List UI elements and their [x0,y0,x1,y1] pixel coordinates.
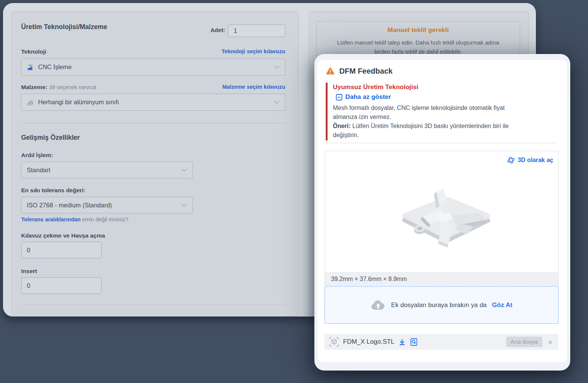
material-options-note: 38 seçenek mevcut [49,84,96,90]
chevron-down-icon [181,204,187,207]
production-settings-card: Üretim Teknolojisi/Malzeme Adet: Teknolo… [11,11,299,317]
tolerance-label: En sıkı tolerans değeri: [21,187,86,194]
model-dimensions: 39.2mm × 37.6mm × 8.9mm [325,272,558,285]
manual-quote-line1: Lütfen manuel teklif talep edin. Daha hı… [317,39,520,46]
tolerance-hint-rest: emin değil misiniz? [81,216,129,222]
tapping-input[interactable] [21,242,102,258]
issue-suggestion: Öneri: Lütfen Üretim Teknolojisini 3D ba… [333,122,529,140]
material-value: Herhangi bir alüminyum sınıfı [38,99,119,106]
dfm-feedback-modal: DFM Feedback Uyumsuz Üretim Teknolojisi … [314,54,570,371]
app-background: Üretim Teknolojisi/Malzeme Adet: Teknolo… [0,0,588,383]
insert-input[interactable] [21,277,102,294]
issue-title: Uyumsuz Üretim Teknolojisi [333,83,551,91]
minus-square-icon [336,94,342,100]
card-title: Üretim Teknolojisi/Malzeme [21,23,107,31]
dfm-title: DFM Feedback [339,67,393,76]
cloud-upload-icon [371,300,386,310]
open-3d-button[interactable]: 3D olarak aç [507,156,553,164]
issue-description: Mesh formatlı dosyalar, CNC işleme tekno… [333,103,529,122]
technology-select[interactable]: CNC İşleme [21,59,285,76]
advanced-section-title: Gelişmiş Özellikler [21,134,80,142]
warning-triangle-icon [326,67,335,75]
section-divider [21,123,285,123]
cnc-machine-icon [27,63,34,71]
issue-accent-bar [326,83,328,141]
insert-label: Insert [21,268,37,275]
remove-file-icon[interactable]: × [546,338,554,346]
tolerance-hint-link[interactable]: Tolerans aralıklarından [21,216,81,222]
download-icon[interactable] [399,338,406,346]
manual-quote-title: Manuel teklif gerekli [317,26,520,34]
collapse-toggle[interactable]: Daha az göster [336,93,551,101]
tolerance-select[interactable]: ISO 2768 - medium (Standard) [21,197,193,213]
quantity-input[interactable] [228,25,285,37]
stl-cube-icon [329,337,339,347]
technology-guide-link[interactable]: Teknoloji seçim kılavuzu [222,48,285,54]
tapping-label: Kılavuz çekme ve Havşa açma [21,232,105,239]
chevron-down-icon [181,168,187,172]
tolerance-hint: Tolerans aralıklarından emin değil misin… [21,216,128,222]
material-select[interactable]: Herhangi bir alüminyum sınıfı [21,94,285,111]
chevron-down-icon [274,100,280,104]
file-row: FDM_X Logo.STL Ana dosya × [325,334,559,350]
dropzone-text: Ek dosyaları buraya bırakın ya da [391,301,486,309]
dfm-issue-block: Uyumsuz Üretim Teknolojisi Daha az göste… [326,83,551,141]
model-3d-render [382,178,506,258]
issue-divider [326,143,557,143]
material-label: Malzeme: 38 seçenek mevcut [21,84,96,91]
file-preview-icon[interactable] [410,338,418,346]
material-guide-link[interactable]: Malzeme seçim kılavuzu [222,84,285,90]
post-process-label: Ardıl İşlem: [21,152,53,159]
dfm-feedback-sheet: DFM Feedback Uyumsuz Üretim Teknolojisi … [317,60,567,362]
file-name: FDM_X Logo.STL [343,338,394,346]
section-divider [21,305,285,305]
model-preview: 3D olarak aç [325,151,559,286]
primary-file-badge: Ana dosya [506,337,542,347]
collapse-label: Daha az göster [345,93,391,101]
open-3d-label: 3D olarak aç [518,157,553,164]
dfm-header: DFM Feedback [326,67,393,76]
material-ingot-icon [27,99,34,106]
suggestion-label: Öneri: [333,123,351,129]
quantity-label: Adet: [207,27,225,34]
technology-value: CNC İşleme [38,63,72,71]
file-dropzone[interactable]: Ek dosyaları buraya bırakın ya da Göz At [325,286,559,324]
post-process-value: Standart [27,167,50,174]
browse-button[interactable]: Göz At [492,301,513,309]
technology-label: Teknoloji [21,48,46,55]
chevron-down-icon [274,65,280,69]
post-process-select[interactable]: Standart [21,162,193,178]
rotate-3d-icon [507,156,515,164]
tolerance-value: ISO 2768 - medium (Standard) [27,202,112,209]
